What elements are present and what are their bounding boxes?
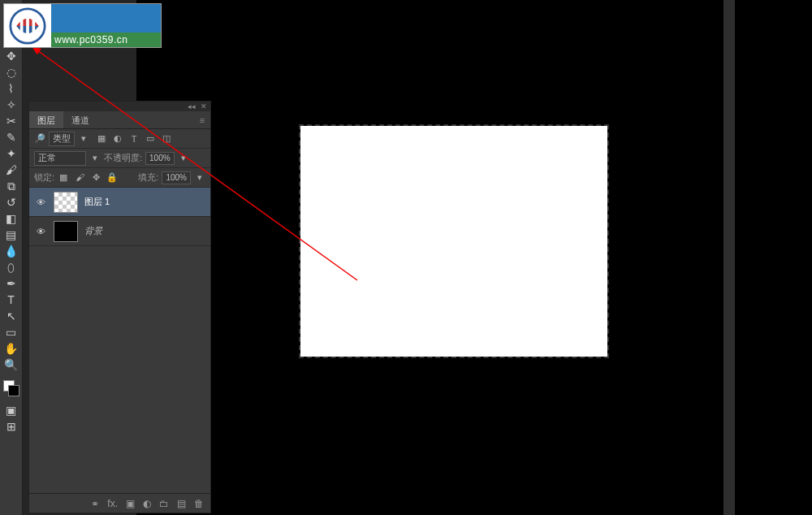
hand-tool-icon[interactable]: ✋ [2, 341, 20, 356]
layer-item[interactable]: 👁 背景 [29, 217, 210, 246]
tools-toolbar: ✥ ◌ ⌇ ✧ ✂ ✎ ✦ 🖌 ⧉ ↺ ◧ ▤ 💧 ⬯ ✒ T ↖ ▭ ✋ 🔍 … [0, 0, 23, 515]
layer-item[interactable]: 👁 图层 1 [29, 188, 210, 217]
pen-tool-icon[interactable]: ✒ [2, 276, 20, 291]
layers-list: 👁 图层 1 👁 背景 [29, 188, 210, 246]
text-tool-icon[interactable]: T [2, 292, 20, 307]
lock-icons: ▩ 🖌 ✥ 🔒 [58, 172, 118, 183]
new-layer-icon[interactable]: ▤ [177, 498, 186, 509]
lock-all-icon[interactable]: 🔒 [106, 172, 118, 183]
zoom-tool-icon[interactable]: 🔍 [2, 357, 20, 372]
filter-icons: ▦ ◐ T ▭ ◫ [96, 133, 172, 145]
search-icon[interactable]: 🔎 [34, 133, 45, 145]
heal-tool-icon[interactable]: ✦ [2, 146, 20, 161]
opacity-value[interactable]: 100% [145, 152, 175, 165]
link-layers-icon[interactable]: ⚭ [91, 498, 99, 509]
svg-rect-2 [26, 16, 29, 36]
lock-pixels-icon[interactable]: 🖌 [74, 172, 85, 183]
blur-tool-icon[interactable]: 💧 [2, 244, 20, 258]
svg-rect-3 [32, 18, 36, 32]
eraser-tool-icon[interactable]: ◧ [2, 211, 20, 226]
layer-thumbnail[interactable] [54, 221, 78, 242]
watermark-logo-icon [4, 4, 51, 47]
brush-tool-icon[interactable]: 🖌 [2, 162, 20, 177]
layer-name[interactable]: 图层 1 [84, 196, 110, 208]
layer-thumbnail[interactable] [54, 192, 78, 213]
fill-label: 填充: [138, 171, 158, 184]
filter-smart-icon[interactable]: ◫ [161, 133, 172, 145]
chevron-down-icon[interactable]: ▾ [178, 153, 189, 164]
marquee-tool-icon[interactable]: ◌ [2, 65, 20, 80]
blend-row: 正常 ▾ 不透明度: 100% ▾ [29, 149, 210, 168]
watermark-banner [51, 4, 161, 32]
panel-titlebar[interactable]: ◂◂ ✕ [29, 102, 210, 111]
tab-layers[interactable]: 图层 [29, 111, 63, 128]
filter-shape-icon[interactable]: ▭ [145, 133, 156, 145]
chevron-down-icon[interactable]: ▾ [89, 153, 101, 164]
crop-tool-icon[interactable]: ✂ [2, 114, 20, 128]
filter-row: 🔎 类型 ▾ ▦ ◐ T ▭ ◫ [29, 129, 210, 149]
move-tool-icon[interactable]: ✥ [2, 49, 20, 63]
history-brush-tool-icon[interactable]: ↺ [2, 195, 20, 210]
fill-value[interactable]: 100% [162, 171, 191, 184]
filter-text-icon[interactable]: T [128, 133, 140, 145]
watermark-url: www.pc0359.cn [51, 32, 161, 47]
layer-group-icon[interactable]: 🗀 [159, 498, 169, 509]
quickmask-icon[interactable]: ▣ [2, 403, 20, 418]
visibility-eye-icon[interactable]: 👁 [34, 227, 47, 236]
delete-layer-icon[interactable]: 🗑 [194, 498, 204, 509]
path-tool-icon[interactable]: ↖ [2, 309, 20, 323]
panel-footer: ⚭ fx. ▣ ◐ 🗀 ▤ 🗑 [29, 493, 210, 513]
lock-row: 锁定: ▩ 🖌 ✥ 🔒 填充: 100% ▾ [29, 168, 210, 188]
filter-pixel-icon[interactable]: ▦ [96, 133, 107, 145]
gradient-tool-icon[interactable]: ▤ [2, 227, 20, 242]
watermark: www.pc0359.cn [3, 3, 162, 48]
svg-rect-1 [20, 18, 24, 32]
screenmode-icon[interactable]: ⊞ [2, 419, 20, 434]
visibility-eye-icon[interactable]: 👁 [34, 197, 47, 207]
wand-tool-icon[interactable]: ✧ [2, 97, 20, 112]
eyedropper-tool-icon[interactable]: ✎ [2, 130, 20, 145]
lasso-tool-icon[interactable]: ⌇ [2, 81, 20, 96]
canvas-document[interactable] [300, 126, 607, 357]
layer-name[interactable]: 背景 [84, 225, 102, 237]
lock-transparent-icon[interactable]: ▩ [58, 172, 69, 183]
chevron-down-icon[interactable]: ▾ [78, 133, 89, 145]
adjustment-layer-icon[interactable]: ◐ [143, 498, 151, 509]
panel-menu-icon[interactable]: ≡ [194, 111, 210, 128]
color-swatches[interactable] [3, 380, 19, 396]
filter-adjust-icon[interactable]: ◐ [112, 133, 123, 145]
stamp-tool-icon[interactable]: ⧉ [2, 179, 20, 193]
panel-tabs: 图层 通道 ≡ [29, 111, 210, 129]
chevron-down-icon[interactable]: ▾ [194, 172, 205, 184]
background-swatch[interactable] [8, 385, 19, 396]
tab-channels[interactable]: 通道 [63, 111, 97, 128]
layers-panel: ◂◂ ✕ 图层 通道 ≡ 🔎 类型 ▾ ▦ ◐ T ▭ ◫ 正常 ▾ 不透明度:… [28, 101, 211, 513]
filter-type-select[interactable]: 类型 [49, 132, 75, 146]
lock-label: 锁定: [34, 171, 54, 184]
layer-fx-icon[interactable]: fx. [107, 498, 118, 509]
right-gutter [723, 0, 812, 515]
shape-tool-icon[interactable]: ▭ [2, 325, 20, 340]
lock-position-icon[interactable]: ✥ [90, 172, 102, 183]
opacity-label: 不透明度: [104, 152, 142, 164]
dodge-tool-icon[interactable]: ⬯ [2, 260, 20, 275]
collapse-icon[interactable]: ◂◂ [188, 102, 196, 110]
vertical-scrollbar[interactable] [723, 0, 735, 515]
layer-mask-icon[interactable]: ▣ [126, 498, 135, 509]
close-icon[interactable]: ✕ [201, 102, 207, 110]
blend-mode-select[interactable]: 正常 [34, 151, 86, 166]
